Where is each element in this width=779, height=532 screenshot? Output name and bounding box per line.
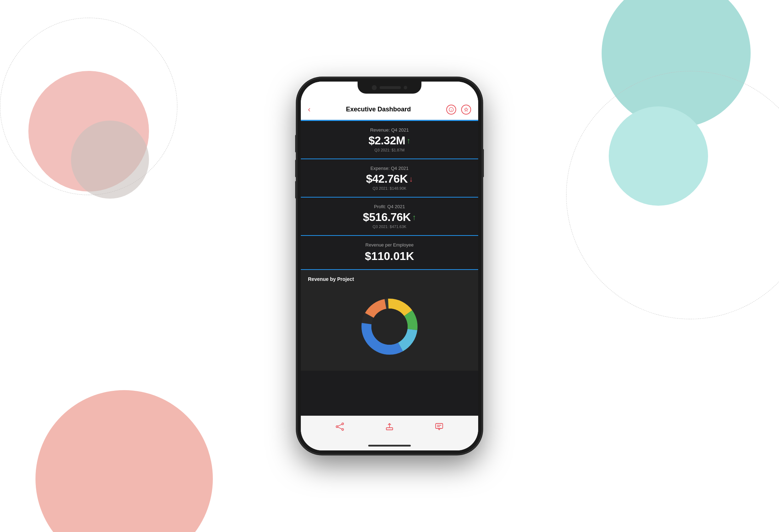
phone-screen: ‹ Executive Dashboard i	[301, 82, 478, 450]
nav-icons: i	[446, 105, 471, 115]
expense-label: Expense: Q4 2021	[308, 166, 471, 171]
profit-value-row: $516.76K ↑	[308, 211, 471, 224]
back-button[interactable]: ‹	[308, 105, 310, 114]
profit-value: $516.76K	[363, 211, 411, 224]
donut-chart	[354, 291, 425, 362]
svg-line-8	[338, 427, 342, 429]
profit-trend-icon: ↑	[412, 214, 416, 221]
phone-notch	[358, 82, 421, 94]
bg-gray-left	[71, 121, 149, 199]
scroll-content[interactable]: Revenue: Q4 2021 $2.32M ↑ Q3 2021: $1.87…	[301, 121, 478, 416]
expense-card: Expense: Q4 2021 $42.76K ↓ Q3 2021: $148…	[301, 159, 478, 197]
revenue-by-project-card: Revenue by Project	[301, 269, 478, 371]
revenue-trend-icon: ↑	[407, 137, 410, 145]
star-button[interactable]	[461, 105, 471, 115]
export-button[interactable]	[385, 422, 394, 431]
share-button[interactable]	[335, 422, 344, 431]
bg-pink-bottom-left	[35, 390, 213, 532]
revenue-card: Revenue: Q4 2021 $2.32M ↑ Q3 2021: $1.87…	[301, 121, 478, 159]
notch-camera	[372, 85, 377, 90]
revenue-prev: Q3 2021: $1.87M	[308, 148, 471, 152]
notch-speaker	[380, 86, 401, 89]
svg-rect-9	[386, 428, 393, 430]
expense-trend-icon: ↓	[409, 175, 413, 183]
revenue-value-row: $2.32M ↑	[308, 134, 471, 147]
export-icon	[385, 422, 394, 431]
page-title: Executive Dashboard	[346, 106, 411, 113]
expense-prev: Q3 2021: $148.90K	[308, 186, 471, 190]
svg-rect-11	[436, 423, 443, 428]
profit-card: Profit: Q4 2021 $516.76K ↑ Q3 2021: $471…	[301, 197, 478, 235]
donut-inner	[371, 309, 408, 345]
svg-point-5	[342, 423, 344, 425]
svg-point-6	[342, 428, 344, 430]
revenue-by-project-label: Revenue by Project	[308, 276, 471, 282]
info-button[interactable]: i	[446, 105, 456, 115]
expense-value: $42.76K	[366, 172, 408, 185]
comment-button[interactable]	[435, 422, 444, 431]
comment-icon	[435, 422, 444, 431]
expense-value-row: $42.76K ↓	[308, 172, 471, 185]
revenue-value: $2.32M	[369, 134, 405, 147]
revenue-label: Revenue: Q4 2021	[308, 127, 471, 133]
rev-per-employee-value: $110.01K	[308, 250, 471, 263]
home-indicator	[301, 440, 478, 450]
rev-per-employee-label: Revenue per Employee	[308, 242, 471, 248]
profit-label: Profit: Q4 2021	[308, 204, 471, 209]
svg-marker-2	[464, 107, 468, 111]
bottom-toolbar	[301, 416, 478, 440]
phone-outer-shell: ‹ Executive Dashboard i	[297, 78, 482, 454]
svg-point-4	[336, 426, 338, 427]
star-icon	[464, 107, 469, 112]
profit-prev: Q3 2021: $471.63K	[308, 225, 471, 229]
bg-teal-mid-right	[609, 106, 708, 206]
app-content: ‹ Executive Dashboard i	[301, 82, 478, 450]
nav-header: ‹ Executive Dashboard i	[301, 99, 478, 120]
info-icon: i	[449, 107, 454, 112]
rev-per-employee-card: Revenue per Employee $110.01K	[301, 235, 478, 269]
svg-text:i: i	[451, 108, 452, 111]
donut-chart-container	[308, 288, 471, 362]
notch-dot	[404, 86, 407, 89]
home-bar	[368, 445, 411, 447]
phone-device: ‹ Executive Dashboard i	[297, 78, 482, 454]
share-icon	[335, 422, 344, 431]
svg-line-7	[338, 424, 342, 426]
